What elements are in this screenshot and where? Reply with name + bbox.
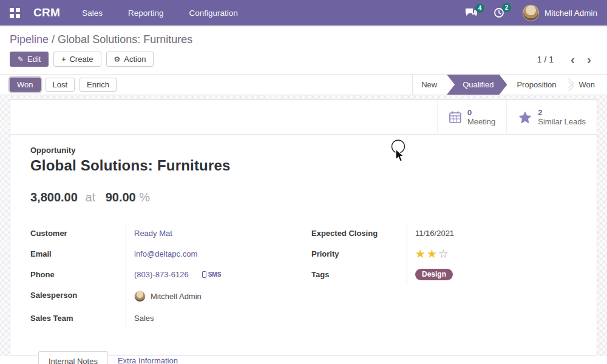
customer-label: Customer (30, 223, 126, 244)
gear-icon: ⚙ (114, 55, 121, 64)
pencil-icon: ✎ (18, 55, 24, 64)
customer-value-link[interactable]: Ready Mat (134, 229, 172, 238)
probability-value[interactable]: 90.00 (106, 190, 136, 204)
sales-team-label: Sales Team (30, 308, 126, 329)
field-row-customer: Customer Ready Mat (30, 223, 296, 244)
breadcrumb-pipeline-link[interactable]: Pipeline (10, 33, 49, 46)
edit-button[interactable]: ✎ Edit (10, 52, 49, 67)
expected-closing-value[interactable]: 11/16/2021 (415, 229, 454, 238)
messages-icon[interactable]: 4 (465, 8, 478, 18)
priority-label: Priority (311, 244, 407, 265)
apps-grid-icon[interactable] (10, 8, 20, 18)
nav-item-sales[interactable]: Sales (82, 8, 103, 18)
salesperson-label: Salesperson (30, 285, 126, 308)
tab-internal-notes[interactable]: Internal Notes (38, 351, 108, 364)
mobile-phone-icon (202, 271, 206, 278)
activities-count-badge: 2 (502, 3, 511, 12)
similar-leads-count: 2 (538, 108, 586, 117)
phone-label: Phone (30, 265, 126, 285)
notebook-tabs: Internal Notes Extra Information (30, 351, 577, 364)
control-panel: Pipeline / Global Solutions: Furnitures … (0, 25, 607, 74)
email-value-link[interactable]: info@deltapc.com (134, 249, 197, 258)
stage-chevron-separator (565, 75, 571, 95)
status-bar: Won Lost Enrich New Qualified Propositio… (0, 74, 607, 95)
sms-button[interactable]: SMS (202, 271, 222, 278)
meeting-count: 0 (467, 108, 495, 117)
stage-pipeline: New Qualified Proposition Won (412, 75, 607, 95)
field-row-phone: Phone (803)-873-6126 SMS (30, 265, 296, 285)
nav-item-configuration[interactable]: Configuration (189, 8, 238, 18)
pager-next-icon[interactable]: › (581, 55, 597, 64)
field-groups: Customer Ready Mat Email info@deltapc.co… (30, 223, 577, 329)
user-menu[interactable]: Mitchell Admin (544, 8, 597, 18)
won-button[interactable]: Won (10, 78, 41, 92)
meeting-stat-button[interactable]: 0 Meeting (437, 100, 506, 134)
salesperson-avatar (134, 291, 146, 302)
enrich-button[interactable]: Enrich (80, 78, 117, 92)
field-row-priority: Priority ★★☆ (311, 244, 577, 265)
opportunity-title[interactable]: Global Solutions: Furnitures (30, 157, 577, 174)
form-view-background: 0 Meeting 2 Similar Leads Opportunity Gl… (0, 95, 607, 356)
star-filled-icon[interactable]: ★ (415, 248, 426, 260)
field-row-email: Email info@deltapc.com (30, 244, 296, 265)
similar-leads-label: Similar Leads (538, 117, 586, 126)
action-button[interactable]: ⚙ Action (106, 52, 154, 67)
field-row-sales-team: Sales Team Sales (30, 308, 296, 329)
field-row-salesperson: Salesperson Mitchell Admin (30, 285, 296, 308)
plus-icon: + (61, 55, 66, 64)
activities-icon[interactable]: 2 (493, 7, 504, 18)
calendar-icon (449, 110, 462, 124)
expected-revenue-row: 3,800.00 at 90.00 % (30, 190, 577, 204)
form-sheet: 0 Meeting 2 Similar Leads Opportunity Gl… (10, 99, 597, 356)
salesperson-value[interactable]: Mitchell Admin (151, 292, 202, 301)
tag-design[interactable]: Design (415, 269, 453, 280)
breadcrumb-current: Global Solutions: Furnitures (58, 33, 192, 46)
field-group-right: Expected Closing 11/16/2021 Priority ★★☆… (311, 223, 577, 285)
record-type-label: Opportunity (30, 146, 577, 155)
breadcrumb: Pipeline / Global Solutions: Furnitures (10, 33, 597, 46)
star-empty-icon[interactable]: ☆ (438, 248, 449, 260)
stage-proposition[interactable]: Proposition (508, 75, 565, 95)
tags-label: Tags (311, 265, 407, 285)
stat-button-box: 0 Meeting 2 Similar Leads (10, 100, 597, 135)
field-group-left: Customer Ready Mat Email info@deltapc.co… (30, 223, 296, 329)
create-button[interactable]: + Create (53, 52, 101, 67)
stage-qualified-active[interactable]: Qualified (447, 75, 507, 95)
star-filled-icon[interactable]: ★ (427, 248, 437, 260)
app-brand-crm[interactable]: CRM (33, 6, 60, 19)
nav-item-reporting[interactable]: Reporting (128, 8, 164, 18)
stage-new[interactable]: New (413, 75, 446, 95)
star-icon (518, 110, 532, 124)
pager-previous-icon[interactable]: ‹ (565, 55, 581, 64)
expected-revenue-value[interactable]: 3,800.00 (30, 190, 78, 204)
stage-won[interactable]: Won (571, 75, 604, 95)
breadcrumb-separator: / (52, 33, 55, 46)
meeting-label: Meeting (467, 117, 495, 126)
pager-value: 1 / 1 (537, 55, 554, 64)
similar-leads-stat-button[interactable]: 2 Similar Leads (506, 100, 597, 134)
field-row-expected-closing: Expected Closing 11/16/2021 (311, 223, 577, 244)
expected-closing-label: Expected Closing (311, 223, 407, 244)
tab-extra-information[interactable]: Extra Information (108, 351, 188, 364)
messages-count-badge: 4 (475, 4, 484, 13)
field-row-tags: Tags Design (311, 265, 577, 285)
percent-sign: % (139, 190, 150, 204)
sales-team-value[interactable]: Sales (134, 314, 154, 323)
email-label: Email (30, 244, 126, 265)
user-avatar[interactable] (523, 5, 539, 21)
top-nav-bar: CRM Sales Reporting Configuration 4 2 Mi… (0, 0, 607, 25)
priority-stars: ★★☆ (415, 247, 450, 261)
phone-value-link[interactable]: (803)-873-6126 (134, 270, 189, 279)
lost-button[interactable]: Lost (46, 78, 75, 92)
at-label: at (85, 190, 95, 204)
